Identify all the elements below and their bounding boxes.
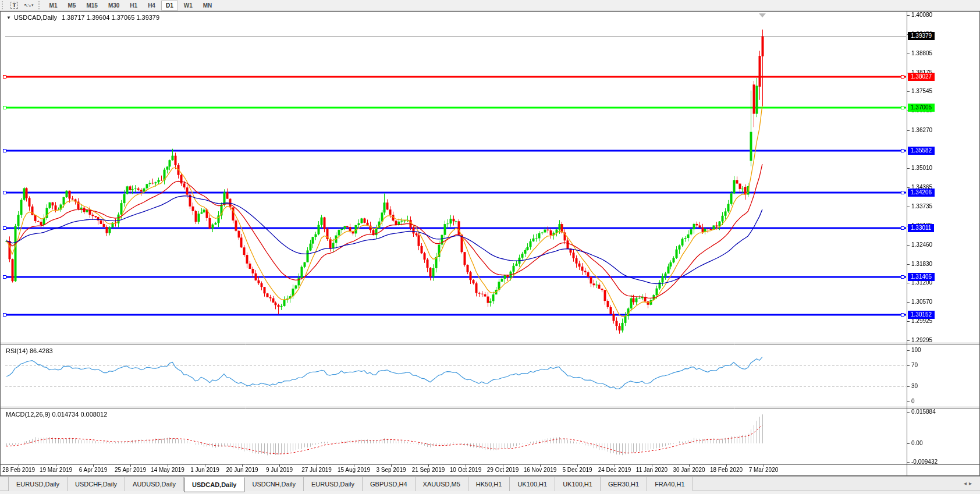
timeframe-button-h4[interactable]: H4 <box>143 1 160 10</box>
macd-tick--0.009432: -0.009432 <box>911 459 938 465</box>
price-tick-1.31830: 1.31830 <box>911 261 932 267</box>
chart-title: ▼USDCAD,Daily1.38717 1.39604 1.37065 1.3… <box>6 14 159 21</box>
price-tick-1.29925: 1.29925 <box>911 318 932 324</box>
chart-tab-bar: EURUSD,DailyUSDCHF,DailyAUDUSD,DailyUSDC… <box>0 476 980 494</box>
price-tick-1.37545: 1.37545 <box>911 88 932 94</box>
top-toolbar: T ↖↘ ▾ M1M5M15M30H1H4D1W1MN <box>0 0 980 11</box>
rsi-tick-30: 30 <box>911 383 918 389</box>
tab-usdchf-daily[interactable]: USDCHF,Daily <box>68 477 125 491</box>
hline-badge-1.37005[interactable]: 1.37005 <box>908 104 935 112</box>
price-tick-1.38805: 1.38805 <box>911 50 932 56</box>
chart-canvas[interactable] <box>1 12 979 475</box>
price-tick-1.36270: 1.36270 <box>911 127 932 133</box>
chart-dropdown-icon[interactable]: ▼ <box>6 15 11 20</box>
rsi-tick-70: 70 <box>911 362 918 368</box>
macd-tick-0.015884: 0.015884 <box>911 408 936 415</box>
tab-scroll-arrows[interactable]: ◂▸ <box>964 480 974 486</box>
tab-ger30-h1[interactable]: GER30,H1 <box>601 477 647 491</box>
tab-usdcnh-daily[interactable]: USDCNH,Daily <box>244 477 304 491</box>
tab-scroll-right-icon: ▸ <box>969 480 974 486</box>
price-tick-1.32460: 1.32460 <box>911 241 932 248</box>
chart-shift-marker[interactable] <box>759 13 766 17</box>
price-tick-1.29295: 1.29295 <box>911 337 932 343</box>
tab-fra40-h1[interactable]: FRA40,H1 <box>647 477 693 491</box>
timeframe-button-m1[interactable]: M1 <box>45 1 62 10</box>
rsi-tick-100: 100 <box>911 347 921 353</box>
text-tool-icon: T <box>10 2 18 9</box>
rsi-indicator-label: RSI(14) 86.4283 <box>6 347 53 354</box>
toolbar-grip[interactable] <box>2 1 5 9</box>
timeframe-button-m30[interactable]: M30 <box>104 1 124 10</box>
hline-badge-1.31405[interactable]: 1.31405 <box>908 273 935 281</box>
date-label-20: 7 Mar 2020 <box>741 467 786 473</box>
hline-badge-1.35582[interactable]: 1.35582 <box>908 147 935 155</box>
price-tick-1.30570: 1.30570 <box>911 298 932 305</box>
price-tick-1.35010: 1.35010 <box>911 165 932 171</box>
rsi-tick-0: 0 <box>911 398 915 404</box>
tab-eurusd-daily[interactable]: EURUSD,Daily <box>304 477 363 491</box>
tab-uk100-h1[interactable]: UK100,H1 <box>555 477 601 491</box>
price-tick-1.33735: 1.33735 <box>911 203 932 209</box>
price-tick-1.40080: 1.40080 <box>911 12 932 18</box>
hline-badge-1.38027[interactable]: 1.38027 <box>908 73 935 81</box>
toolbar-grip-2[interactable] <box>38 1 42 9</box>
tab-eurusd-daily[interactable]: EURUSD,Daily <box>8 477 68 491</box>
macd-tick-0.00: 0.00 <box>911 440 922 446</box>
tab-audusd-daily[interactable]: AUDUSD,Daily <box>125 477 184 491</box>
text-tool-button[interactable]: T <box>8 1 20 10</box>
timeframe-button-w1[interactable]: W1 <box>179 1 197 10</box>
current-price-badge: 1.39379 <box>908 32 935 40</box>
tab-gbpusd-h4[interactable]: GBPUSD,H4 <box>363 477 416 491</box>
chart-window: ▼USDCAD,Daily1.38717 1.39604 1.37065 1.3… <box>0 11 980 476</box>
tab-hk50-h1[interactable]: HK50,H1 <box>468 477 510 491</box>
timeframe-button-d1[interactable]: D1 <box>161 1 178 10</box>
move-arrows-icon: ↖↘ <box>24 2 30 8</box>
timeframe-button-m15[interactable]: M15 <box>81 1 102 10</box>
chevron-down-icon: ▾ <box>31 3 34 8</box>
hline-badge-1.34206[interactable]: 1.34206 <box>908 189 935 197</box>
cursor-mode-button[interactable]: ↖↘ ▾ <box>22 1 36 10</box>
macd-indicator-label: MACD(12,26,9) 0.014734 0.008012 <box>6 411 107 418</box>
hline-badge-1.33011[interactable]: 1.33011 <box>908 224 934 232</box>
timeframe-button-h1[interactable]: H1 <box>125 1 142 10</box>
tab-xauusd-m5[interactable]: XAUUSD,M5 <box>416 477 468 491</box>
timeframe-button-m5[interactable]: M5 <box>63 1 81 10</box>
tab-usdcad-daily[interactable]: USDCAD,Daily <box>184 477 244 492</box>
chart-symbol-label: USDCAD,Daily <box>14 14 57 21</box>
chart-ohlc-values: 1.38717 1.39604 1.37065 1.39379 <box>62 14 159 21</box>
tab-scroll-left-icon: ◂ <box>964 480 969 486</box>
tab-uk100-h1[interactable]: UK100,H1 <box>510 477 555 491</box>
hline-badge-1.30152[interactable]: 1.30152 <box>908 311 935 319</box>
timeframe-button-mn[interactable]: MN <box>198 1 217 10</box>
